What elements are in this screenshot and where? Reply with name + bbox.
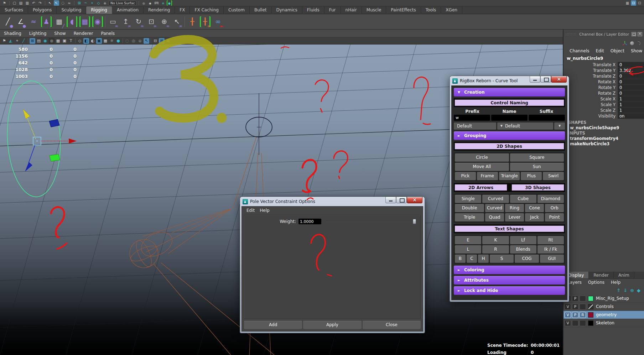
dialog-menu-item[interactable]: Help [257, 208, 272, 213]
manipulator-axis-z[interactable] [28, 145, 35, 163]
shape-button[interactable]: Ring [505, 204, 524, 212]
snap-view-icon[interactable]: ⌖ [14, 38, 20, 44]
suffix-field[interactable] [529, 115, 565, 121]
shape-button[interactable]: Cone [525, 204, 544, 212]
naming-preset-dropdown[interactable]: Default [454, 122, 496, 130]
render-settings-icon[interactable]: ⊛ [160, 0, 166, 6]
attribute-value[interactable]: 3.362 [618, 68, 644, 73]
prefix-field[interactable] [454, 115, 490, 121]
snap-curve-icon[interactable]: ~ [83, 0, 88, 6]
paint-effects-icon[interactable]: ● [167, 0, 172, 6]
joint-chain-icon[interactable]: ∠● [15, 16, 26, 27]
wireframe-icon[interactable]: ◇ [77, 38, 83, 44]
layer-playback-toggle[interactable]: P [572, 296, 578, 302]
node-entry[interactable]: INPUTS [564, 130, 644, 136]
close-button[interactable] [407, 197, 422, 203]
layer-visibility-toggle[interactable]: V [565, 320, 571, 326]
selected-object-name[interactable]: w_nurbsCircle9 [564, 54, 644, 62]
attribute-value[interactable]: 0 [618, 90, 644, 96]
selected-control-curve[interactable] [5, 79, 63, 198]
layer-name[interactable]: Misc_Rig_Setup [594, 296, 629, 301]
attribute-label[interactable]: Rotate Y [564, 85, 618, 90]
menu-tab[interactable]: Muscle [362, 6, 386, 14]
resolution-gate-icon[interactable]: ◉ [42, 38, 48, 44]
textured-icon[interactable]: ◐ [90, 38, 95, 44]
make-live-icon[interactable]: ◈ [102, 0, 108, 6]
shape-button[interactable]: Quad [485, 213, 504, 221]
name-field[interactable] [491, 115, 528, 121]
menu-tab[interactable]: Fur [324, 6, 341, 14]
hud-text-icon[interactable]: T [68, 38, 74, 44]
node-entry[interactable]: makeNurbCircle3 [564, 141, 644, 146]
menu-tab[interactable]: Rigging [86, 6, 112, 14]
shape-button[interactable]: Pick [455, 172, 476, 180]
layer-visibility-toggle[interactable]: V [565, 312, 571, 318]
menu-tab[interactable]: FX Caching [190, 6, 223, 14]
dialog-action-button[interactable]: Close [363, 321, 421, 329]
new-scene-icon[interactable]: ▢ [12, 0, 17, 6]
grouping-section-header[interactable]: ► Grouping [454, 131, 565, 140]
layer-editor-tab[interactable]: Render [589, 272, 614, 278]
node-entry[interactable]: transformGeometry4 [564, 136, 644, 141]
pane-layout-four-icon[interactable]: ⊞ [159, 38, 165, 44]
ghosting-icon[interactable]: ◎ [131, 38, 136, 44]
channel-box-menu-item[interactable]: Channels [566, 48, 593, 53]
attribute-label[interactable]: Scale Z [564, 108, 618, 113]
shape-button[interactable]: Curved [485, 204, 504, 212]
layer-row[interactable]: V Skeleton [564, 319, 644, 327]
panel-layout-icon[interactable]: ⊟ [631, 0, 636, 6]
humanoid-rig-icon[interactable]: ♟ [41, 16, 52, 27]
layer-display-mode-toggle[interactable] [580, 320, 586, 326]
manipulator-plane-xz[interactable] [50, 154, 60, 161]
shape-button[interactable]: Double [455, 204, 484, 212]
orient-constraint-icon[interactable]: ↻∞ [133, 16, 144, 27]
layer-display-mode-toggle[interactable] [580, 296, 586, 302]
menu-tab[interactable]: Bullet [250, 6, 272, 14]
attribute-label[interactable]: Scale Y [564, 102, 618, 107]
attribute-label[interactable]: Translate Z [564, 74, 618, 79]
ipr-render-icon[interactable]: IPR [154, 0, 159, 6]
minimize-button[interactable] [530, 76, 540, 83]
safe-action-icon[interactable]: ▩ [55, 38, 61, 44]
manipulator-axis-y[interactable] [27, 118, 36, 139]
shape-button[interactable]: Move All [455, 163, 509, 171]
layer-name[interactable]: geometry [594, 312, 617, 317]
shape-button[interactable]: Triple [455, 213, 484, 221]
pane-layout-split-icon[interactable]: ⊠ [165, 38, 171, 44]
naming-type-dropdown[interactable]: ▼Default [497, 122, 553, 130]
text-shape-button[interactable]: COG [515, 255, 539, 263]
attribute-value[interactable]: 0 [618, 85, 644, 90]
construction-history-icon[interactable]: ◎ [141, 0, 146, 6]
motion-path-icon[interactable]: ∞► [213, 16, 223, 27]
joint-tool-icon[interactable]: ╂ [187, 16, 198, 27]
shaded-icon[interactable]: ◧ [83, 38, 89, 44]
layer-editor-menu-item[interactable]: Help [608, 280, 624, 285]
text-shape-button[interactable]: Blends [510, 245, 536, 254]
node-entry[interactable]: SHAPES [564, 120, 644, 125]
field-chart-icon[interactable]: ● [49, 38, 54, 44]
snap-point-icon[interactable]: • [89, 0, 95, 6]
panel-menu-item[interactable]: Panels [97, 31, 119, 36]
manipulator-plane-yz[interactable] [49, 119, 59, 127]
channel-box-menu-item[interactable]: Show [628, 48, 644, 53]
axis-orientation-icon[interactable] [622, 41, 628, 46]
maximize-button[interactable] [540, 76, 551, 83]
shape-button[interactable]: Diamond [537, 195, 564, 203]
lasso-select-icon[interactable]: ◌ [60, 0, 66, 6]
close-button[interactable] [551, 76, 567, 83]
ik-fk-blend-icon[interactable]: ╂∞ [200, 16, 211, 27]
menu-tab[interactable]: Custom [224, 6, 250, 14]
text-shape-button[interactable]: C [467, 255, 477, 263]
shape-button[interactable]: Jack [525, 213, 544, 221]
checker-icon[interactable]: ▦ [103, 38, 108, 44]
pane-layout-single-icon[interactable]: ⊟ [152, 38, 158, 44]
attributes-section-header[interactable]: ► Attributes [454, 276, 565, 284]
menu-tab[interactable]: PaintEffects [386, 6, 421, 14]
shape-button[interactable]: Curved [482, 195, 509, 203]
shape-button[interactable]: Sun [510, 163, 564, 171]
menu-tab[interactable]: FX [175, 6, 190, 14]
text-shape-button[interactable]: GUI [540, 255, 564, 263]
soft-select-icon[interactable] [630, 41, 634, 45]
render-view-icon[interactable]: ◉ [147, 0, 153, 6]
layer-move-down-icon[interactable]: ⇓ [623, 288, 627, 293]
